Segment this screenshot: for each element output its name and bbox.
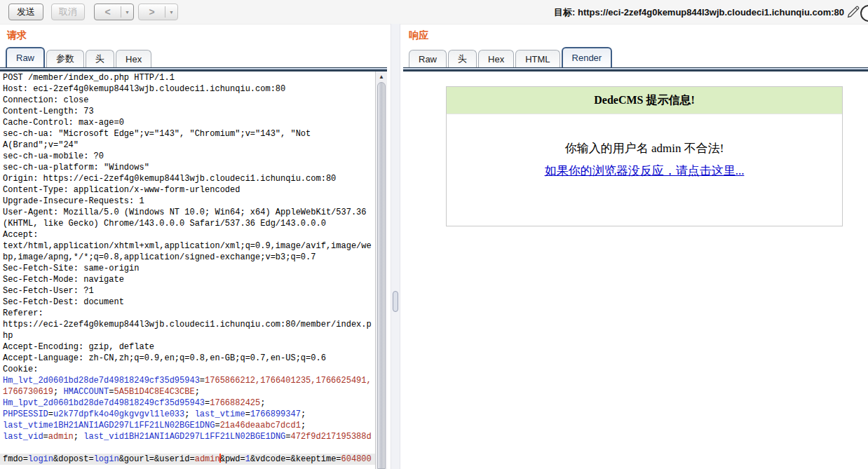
request-line[interactable]: Sec-Fetch-User: ?1 <box>0 285 375 297</box>
response-tabbar: Raw头HexHTMLRender <box>409 47 612 67</box>
splitter-grip[interactable] <box>393 291 398 312</box>
request-line[interactable]: (KHTML, like Gecko) Chrome/143.0.0.0 Saf… <box>0 218 375 229</box>
response-panel-title: 响应 <box>409 29 428 42</box>
request-line[interactable] <box>0 442 375 454</box>
response-tab-raw[interactable]: Raw <box>409 50 447 67</box>
response-tab-html[interactable]: HTML <box>515 50 560 67</box>
request-line[interactable]: fmdo=login&dopost=login&gourl=&userid=ad… <box>0 454 375 465</box>
panel-splitter[interactable] <box>391 24 400 469</box>
toolbar: 发送 取消 < ▼ > ▼ 目标: https://eci-2zef4g0kem… <box>0 0 868 25</box>
request-line[interactable]: Sec-Fetch-Dest: document <box>0 297 375 308</box>
request-editor[interactable]: POST /member/index_do.php HTTP/1.1Host: … <box>0 72 387 469</box>
request-line[interactable]: Sec-Fetch-Site: same-origin <box>0 263 375 274</box>
scrollbar-thumb[interactable] <box>377 82 386 469</box>
request-line[interactable]: bp,image/apng,*/*;q=0.8,application/sign… <box>0 252 375 263</box>
send-button[interactable]: 发送 <box>8 4 43 20</box>
request-line[interactable]: Sec-Fetch-Mode: navigate <box>0 274 375 285</box>
request-token: A(Brand";v="24" <box>3 140 79 150</box>
request-token: ; <box>301 421 306 430</box>
request-line[interactable]: Content-Length: 73 <box>0 106 375 117</box>
request-token: ; <box>195 387 200 397</box>
history-forward-button[interactable]: > ▼ <box>138 4 178 20</box>
request-token: = <box>43 432 48 442</box>
request-line[interactable]: Hm_lpvt_2d0601bd28de7d49818249cf35d95943… <box>0 397 375 409</box>
request-token: &gourl=&userid= <box>119 454 195 464</box>
target-url: https://eci-2zef4g0kemup844l3wjb.cloudec… <box>578 7 844 18</box>
request-tab-参数[interactable]: 参数 <box>46 50 84 67</box>
request-line[interactable]: last_vid=admin; last_vid1BH21ANI1AGD297L… <box>0 431 375 442</box>
request-token: 5A5B1D4C8E4C3CBE <box>114 387 194 397</box>
request-line[interactable]: A(Brand";v="24" <box>0 140 375 151</box>
request-token: Host: eci-2zef4g0kemup844l3wjb.cloudeci1… <box>3 84 285 94</box>
cancel-button[interactable]: 取消 <box>51 4 85 20</box>
request-token: 1 <box>245 454 250 464</box>
request-token: sec-ch-ua: "Microsoft Edge";v="143", "Ch… <box>3 129 311 139</box>
request-token: Sec-Fetch-Mode: navigate <box>3 275 124 285</box>
request-line[interactable]: Accept-Language: zh-CN,zh;q=0.9,en;q=0.8… <box>0 353 375 364</box>
request-line[interactable]: Origin: https://eci-2zef4g0kemup844l3wjb… <box>0 173 375 184</box>
request-token: Connection: close <box>3 95 88 105</box>
request-token: Sec-Fetch-User: ?1 <box>3 286 94 296</box>
history-back-button[interactable]: < ▼ <box>94 4 134 20</box>
request-token: bp,image/apng,*/*;q=0.8,application/sign… <box>3 252 316 262</box>
request-line[interactable]: Hm_lvt_2d0601bd28de7d49818249cf35d95943=… <box>0 375 375 386</box>
request-line[interactable]: POST /member/index_do.php HTTP/1.1 <box>0 72 375 83</box>
chevron-down-icon[interactable]: ▼ <box>165 10 177 15</box>
request-line[interactable]: PHPSESSID=u2k77dpfk4o40gkgvgvl1le033; la… <box>0 409 375 420</box>
request-tab-raw[interactable]: Raw <box>6 47 45 67</box>
request-line[interactable]: sec-ch-ua-mobile: ?0 <box>0 151 375 162</box>
scroll-up-icon[interactable]: ▲ <box>376 72 387 82</box>
request-line[interactable]: hp <box>0 330 375 341</box>
response-tab-render[interactable]: Render <box>562 47 613 67</box>
forward-arrow-icon: > <box>139 4 165 20</box>
chevron-down-icon[interactable]: ▼ <box>121 10 133 15</box>
request-token: last_vid <box>3 432 43 442</box>
request-line[interactable]: User-Agent: Mozilla/5.0 (Windows NT 10.0… <box>0 207 375 218</box>
request-line[interactable]: Accept: <box>0 229 375 240</box>
response-render-view: DedeCMS 提示信息! 你输入的用户名 admin 不合法! 如果你的浏览器… <box>403 72 868 469</box>
tab-underline <box>0 67 387 72</box>
response-tab-hex[interactable]: Hex <box>478 50 514 67</box>
request-token: last_vtime1BH21ANI1AGD297L1FF21LN02BGE1D… <box>3 421 215 430</box>
edit-target-icon[interactable] <box>846 4 861 20</box>
request-line[interactable]: Accept-Encoding: gzip, deflate <box>0 341 375 353</box>
request-line[interactable]: Cookie: <box>0 364 375 375</box>
request-token: sec-ch-ua-platform: "Windows" <box>3 163 149 172</box>
message-box-title: DedeCMS 提示信息! <box>447 87 842 114</box>
request-token: text/html,application/xhtml+xml,applicat… <box>3 241 372 251</box>
request-line[interactable]: Content-Type: application/x-www-form-url… <box>0 184 375 196</box>
request-line[interactable]: Upgrade-Insecure-Requests: 1 <box>0 196 375 207</box>
request-line[interactable]: 1766730619; HMACCOUNT=5A5B1D4C8E4C3CBE; <box>0 386 375 397</box>
response-tab-头[interactable]: 头 <box>448 50 477 67</box>
request-line[interactable]: sec-ch-ua-platform: "Windows" <box>0 162 375 173</box>
help-icon[interactable] <box>860 5 868 22</box>
request-line[interactable]: Cache-Control: max-age=0 <box>0 117 375 128</box>
request-tab-hex[interactable]: Hex <box>116 50 151 67</box>
request-line[interactable]: Connection: close <box>0 95 375 106</box>
request-token: admin <box>195 454 220 464</box>
request-token: 1766882425 <box>210 398 260 408</box>
request-raw-text[interactable]: POST /member/index_do.php HTTP/1.1Host: … <box>0 72 375 465</box>
request-token: 1765866212,1766401235,1766625491, <box>205 376 372 386</box>
request-token: = <box>200 376 205 386</box>
request-token: &vdcode=&keeptime= <box>250 454 341 464</box>
request-line[interactable]: https://eci-2zef4g0kemup844l3wjb.cloudec… <box>0 319 375 330</box>
request-token: &pwd= <box>220 454 245 464</box>
continue-link[interactable]: 如果你的浏览器没反应，请点击这里... <box>545 163 745 179</box>
request-line[interactable]: text/html,application/xhtml+xml,applicat… <box>0 240 375 252</box>
request-scrollbar[interactable]: ▲ <box>375 72 387 469</box>
request-line[interactable]: Host: eci-2zef4g0kemup844l3wjb.cloudeci1… <box>0 83 375 95</box>
request-token: Cookie: <box>3 365 38 374</box>
request-token: ; <box>301 409 306 419</box>
request-token: PHPSESSID <box>3 409 48 419</box>
request-token: https://eci-2zef4g0kemup844l3wjb.cloudec… <box>3 320 372 329</box>
request-token: last_vtime <box>195 409 245 419</box>
request-line[interactable]: Referer: <box>0 308 375 319</box>
request-token: Accept-Encoding: gzip, deflate <box>3 342 154 352</box>
request-line[interactable]: last_vtime1BH21ANI1AGD297L1FF21LN02BGE1D… <box>0 420 375 431</box>
request-token: Sec-Fetch-Site: same-origin <box>3 264 139 273</box>
request-line[interactable]: sec-ch-ua: "Microsoft Edge";v="143", "Ch… <box>0 128 375 140</box>
request-token: (KHTML, like Gecko) Chrome/143.0.0.0 Saf… <box>3 219 326 229</box>
request-panel-title: 请求 <box>7 29 27 42</box>
request-tab-头[interactable]: 头 <box>86 50 114 67</box>
